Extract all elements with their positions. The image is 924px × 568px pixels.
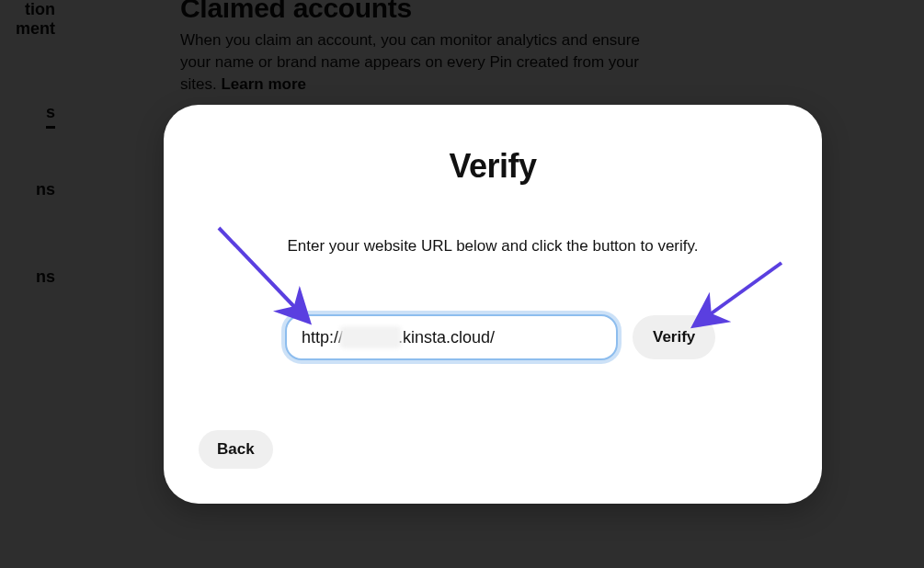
modal-description: Enter your website URL below and click t…	[164, 237, 822, 256]
verify-modal: Verify Enter your website URL below and …	[164, 105, 822, 504]
verify-button[interactable]: Verify	[633, 315, 715, 359]
back-button[interactable]: Back	[199, 430, 273, 469]
svg-line-1	[702, 263, 781, 320]
modal-title: Verify	[164, 147, 822, 186]
url-input-container[interactable]	[285, 314, 618, 360]
website-url-input[interactable]	[300, 327, 603, 348]
